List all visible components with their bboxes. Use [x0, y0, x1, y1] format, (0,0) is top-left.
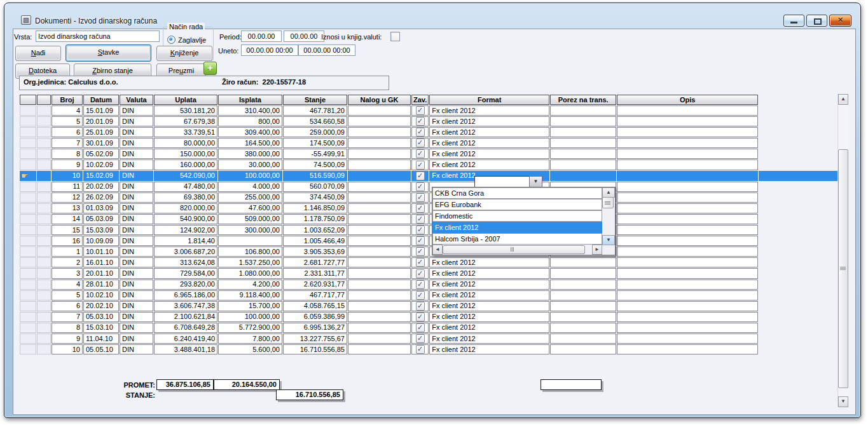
zav-checkbox[interactable]: ✓: [416, 182, 425, 191]
grid-cell[interactable]: 6.965.186,00: [154, 290, 217, 300]
zav-cell[interactable]: ✓: [411, 149, 429, 159]
grid-cell[interactable]: [550, 312, 616, 322]
grid-cell[interactable]: 160.000,00: [154, 159, 217, 170]
zav-checkbox[interactable]: ✓: [416, 106, 425, 115]
grid-scroll-down-button[interactable]: ▼: [838, 396, 848, 407]
grid-scroll-up-button[interactable]: ▲: [838, 94, 848, 105]
grid-cell[interactable]: 13: [52, 203, 83, 213]
grid-cell[interactable]: 74.500,09: [283, 159, 347, 170]
grid-cell[interactable]: [550, 257, 616, 267]
zav-checkbox[interactable]: ✓: [416, 117, 425, 126]
grid-cell[interactable]: DIN: [120, 214, 153, 224]
grid-cell[interactable]: Fx client 2012: [429, 138, 549, 148]
close-button[interactable]: ✕: [829, 15, 851, 27]
grid-cell[interactable]: 5: [52, 116, 83, 126]
grid-cell[interactable]: [348, 192, 411, 203]
zav-checkbox[interactable]: ✓: [416, 204, 425, 213]
grid-cell[interactable]: DIN: [120, 344, 153, 354]
grid-cell[interactable]: 10: [52, 344, 83, 354]
row-selector-cell[interactable]: ☛: [20, 171, 36, 181]
zav-checkbox[interactable]: ✓: [416, 247, 425, 256]
grid-cell[interactable]: [617, 182, 758, 192]
grid-cell[interactable]: DIN: [120, 280, 153, 290]
dropdown-hscroll-right-button[interactable]: ►: [592, 245, 602, 255]
zav-cell[interactable]: ✓: [411, 236, 429, 246]
row-selector-cell[interactable]: [20, 214, 36, 224]
grid-cell[interactable]: [617, 203, 758, 213]
row-selector-cell[interactable]: [37, 214, 51, 224]
grid-cell[interactable]: 100.000,00: [218, 171, 282, 181]
grid-cell[interactable]: 7: [52, 312, 83, 322]
zav-checkbox[interactable]: ✓: [416, 334, 425, 343]
grid-cell[interactable]: DIN: [120, 312, 153, 322]
zav-cell[interactable]: ✓: [411, 312, 429, 322]
zav-checkbox[interactable]: ✓: [416, 302, 425, 311]
grid-cell[interactable]: 164.500,00: [218, 138, 282, 148]
grid-cell[interactable]: [617, 268, 758, 278]
grid-cell[interactable]: [348, 225, 411, 235]
grid-cell[interactable]: DIN: [120, 159, 153, 170]
grid-cell[interactable]: [550, 344, 616, 354]
grid-cell[interactable]: 10.01.10: [83, 246, 119, 257]
grid-cell[interactable]: 16.01.10: [83, 257, 119, 267]
row-selector-cell[interactable]: [37, 159, 51, 170]
grid-cell[interactable]: 16: [52, 236, 83, 246]
grid-cell[interactable]: [348, 290, 411, 300]
row-selector-cell[interactable]: [37, 105, 51, 116]
row-selector-cell[interactable]: [37, 149, 51, 159]
row-selector-cell[interactable]: [20, 236, 36, 246]
grid-cell[interactable]: 174.500,09: [283, 138, 347, 148]
grid-cell[interactable]: [617, 301, 758, 311]
add-button[interactable]: +: [203, 62, 217, 75]
grid-cell[interactable]: Fx client 2012: [429, 290, 549, 300]
grid-cell[interactable]: 820.000,00: [154, 203, 217, 213]
grid-cell[interactable]: 7: [52, 138, 83, 148]
grid-vertical-scrollbar[interactable]: ▲ ▼: [837, 94, 848, 407]
period-from-input[interactable]: 00.00.00: [241, 30, 282, 42]
grid-cell[interactable]: [348, 236, 411, 246]
grid-cell[interactable]: 1.814,40: [154, 236, 217, 246]
grid-cell[interactable]: 1: [52, 246, 83, 257]
grid-cell[interactable]: 534.660,58: [283, 116, 347, 126]
grid-cell[interactable]: [550, 334, 616, 344]
grid-cell[interactable]: 05.03.09: [83, 214, 119, 224]
row-selector-cell[interactable]: [20, 344, 36, 354]
grid-cell[interactable]: 300.000,00: [218, 225, 282, 235]
row-selector-cell[interactable]: [37, 138, 51, 148]
grid-cell[interactable]: [348, 312, 411, 322]
zav-checkbox[interactable]: ✓: [416, 313, 425, 321]
grid-cell[interactable]: DIN: [120, 138, 153, 148]
dropdown-hscroll-thumb[interactable]: [443, 245, 585, 254]
grid-scroll-thumb[interactable]: [838, 149, 848, 388]
grid-cell[interactable]: [348, 105, 411, 116]
grid-cell[interactable]: 560.070,09: [283, 182, 347, 192]
zav-cell[interactable]: ✓: [411, 323, 429, 333]
row-selector-cell[interactable]: [20, 138, 36, 148]
grid-cell[interactable]: DIN: [120, 171, 153, 181]
grid-cell[interactable]: [348, 149, 411, 159]
restore-button[interactable]: [806, 15, 827, 27]
period-to-input[interactable]: 00.00.00: [284, 30, 324, 42]
grid-cell[interactable]: Fx client 2012: [429, 323, 549, 333]
grid-cell[interactable]: [617, 236, 758, 246]
grid-cell[interactable]: [617, 159, 758, 170]
zav-checkbox[interactable]: ✓: [416, 226, 425, 234]
grid-cell[interactable]: 15.700,00: [218, 301, 282, 311]
grid-cell[interactable]: [348, 203, 411, 213]
grid-cell[interactable]: DIN: [120, 116, 153, 126]
grid-cell[interactable]: Fx client 2012: [429, 116, 549, 126]
grid-cell[interactable]: 13.227.755,67: [283, 334, 347, 344]
grid-cell[interactable]: 1.146.850,09: [283, 203, 347, 213]
grid-cell[interactable]: 100.000,00: [218, 312, 282, 322]
knjizenje-button[interactable]: Knjiženje: [156, 46, 212, 61]
grid-cell[interactable]: [617, 149, 758, 159]
grid-cell[interactable]: 467.781,20: [283, 105, 347, 116]
nadji-button[interactable]: Nađi: [15, 46, 61, 61]
grid-cell[interactable]: [218, 236, 282, 246]
grid-cell[interactable]: 1.003.652,09: [283, 225, 347, 235]
grid-cell[interactable]: [617, 192, 758, 203]
grid-cell[interactable]: 2.100.621,84: [154, 312, 217, 322]
grid-cell[interactable]: 313.624,08: [154, 257, 217, 267]
row-selector-cell[interactable]: [20, 159, 36, 170]
grid-cell[interactable]: 1.080.000,00: [218, 268, 282, 278]
